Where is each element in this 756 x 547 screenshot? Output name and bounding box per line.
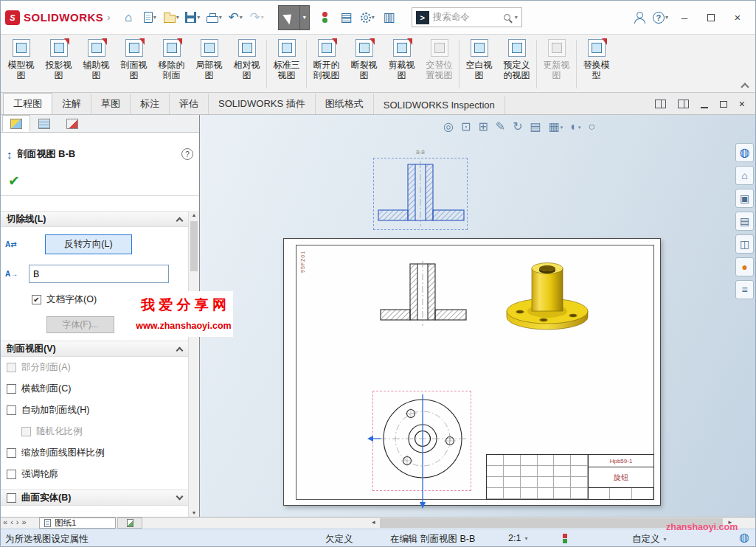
tab-drawing[interactable]: 工程图 <box>3 93 52 114</box>
tab-inspection[interactable]: SOLIDWORKS Inspection <box>374 96 505 114</box>
top-view-selected[interactable] <box>372 391 471 491</box>
menu-expand-icon[interactable]: › <box>107 12 110 23</box>
ok-checkmark[interactable]: ✔ <box>8 173 20 189</box>
front-section-view[interactable] <box>376 261 471 328</box>
rotate-view-icon[interactable]: ↻ <box>513 121 522 133</box>
isometric-view[interactable] <box>505 252 590 340</box>
print-button[interactable]: ▾ <box>204 6 224 29</box>
scroll-left-icon[interactable]: ◂ <box>372 519 375 526</box>
search-icon[interactable] <box>504 14 510 21</box>
undo-button[interactable]: ↶▾ <box>226 6 246 29</box>
command-search[interactable]: > 搜索命令 ▾ <box>412 7 522 27</box>
doc-close-icon[interactable]: × <box>739 99 745 109</box>
taskpane-globe-icon[interactable]: ◍ <box>735 143 754 162</box>
tab-addins[interactable]: SOLIDWORKS 插件 <box>209 94 316 114</box>
surface-bodies-section-header[interactable]: 曲面实体(B) <box>1 489 188 506</box>
section-label-input[interactable] <box>29 265 169 283</box>
font-button[interactable]: 字体(F)... <box>46 316 114 333</box>
scrollbar-thumb[interactable] <box>190 221 198 271</box>
home-button[interactable]: ⌂ <box>119 6 139 29</box>
ribbon-predefined-view[interactable]: 预定义的视图 <box>498 38 535 80</box>
view-orientation-icon[interactable]: ▦▾ <box>549 121 563 133</box>
pane-right-icon[interactable] <box>678 100 689 108</box>
save-button[interactable]: ▾ <box>183 6 203 29</box>
ribbon-collapse-icon[interactable] <box>741 83 749 91</box>
taskpane-appearances-icon[interactable]: ● <box>735 257 754 276</box>
ribbon-replace-model[interactable]: 替换模型 <box>578 38 615 80</box>
new-document-button[interactable]: ▾ <box>140 6 160 29</box>
ribbon-removed-section[interactable]: 移除的剖面 <box>153 38 190 80</box>
open-button[interactable]: ▾ <box>162 6 181 29</box>
ribbon-projected-view[interactable]: 投影视图 <box>40 38 77 80</box>
account-button[interactable] <box>629 6 649 29</box>
tab-annotation[interactable]: 注解 <box>52 94 91 114</box>
zoom-select-icon[interactable]: ◎ <box>443 121 454 133</box>
collapse-chevron-icon[interactable] <box>176 346 184 354</box>
ribbon-auxiliary-view[interactable]: 辅助视图 <box>77 38 115 80</box>
solidworks-menu[interactable]: S SOLIDWORKS › <box>5 10 111 25</box>
ribbon-section-view[interactable]: 剖面视图 <box>115 38 153 80</box>
zoom-fit-icon[interactable]: ⊡ <box>461 121 471 133</box>
scale-hatch-pattern-checkbox[interactable]: 缩放剖面线图样比例 <box>1 442 188 464</box>
tab-sketch[interactable]: 草图 <box>91 94 131 114</box>
ribbon-model-view[interactable]: 模型视图 <box>2 38 40 80</box>
ribbon-crop-view[interactable]: 剪裁视图 <box>383 38 420 80</box>
auto-hatching-checkbox[interactable]: 自动加剖面线(H) <box>1 400 188 421</box>
taskpane-file-explorer-icon[interactable]: ▤ <box>735 212 754 231</box>
ribbon-alternate-position[interactable]: 交替位置视图 <box>420 38 458 80</box>
configuration-tab[interactable] <box>30 115 58 132</box>
expand-chevron-icon[interactable] <box>176 493 184 501</box>
ribbon-empty-view[interactable]: 空白视图 <box>460 38 498 80</box>
partial-section-checkbox[interactable]: 部分剖面(A) <box>1 357 188 378</box>
sheet-properties-icon[interactable]: ▤ <box>530 121 541 133</box>
panel-scrollbar[interactable]: ▲ ▼ <box>188 211 199 517</box>
view-settings-icon[interactable]: ○ <box>589 121 596 133</box>
tab-evaluate[interactable]: 评估 <box>170 94 209 114</box>
surface-bodies-checkbox[interactable] <box>7 493 16 503</box>
options-button[interactable]: ▾ <box>358 6 378 29</box>
slice-section-checkbox[interactable]: 横截剖面(C) <box>1 378 188 400</box>
maximize-button[interactable] <box>698 5 724 30</box>
doc-restore-icon[interactable] <box>720 101 727 108</box>
select-tool-dropdown[interactable]: ▾ <box>300 5 310 30</box>
flip-direction-button[interactable]: 反转方向(L) <box>45 234 132 254</box>
pane-left-icon[interactable] <box>655 100 666 108</box>
ribbon-standard-3-view[interactable]: 标准三视图 <box>268 38 305 80</box>
taskpane-home-icon[interactable]: ⌂ <box>735 166 754 185</box>
add-sheet-tab[interactable] <box>117 518 142 529</box>
sheet-scale-dropdown[interactable]: 2:1 ▾ <box>508 533 527 543</box>
taskpane-design-library-icon[interactable]: ▣ <box>735 189 754 208</box>
next-sheet-icon[interactable]: › <box>16 518 19 526</box>
sketch-icon[interactable]: ✎ <box>496 121 505 133</box>
redo-button[interactable]: ↷▾ <box>247 6 267 29</box>
taskpane-view-palette-icon[interactable]: ◫ <box>735 234 754 254</box>
units-dropdown[interactable]: 自定义 ▾ <box>632 533 667 546</box>
checkbox-checked-icon[interactable]: ✔ <box>32 295 41 304</box>
randomize-scale-checkbox[interactable]: 随机化比例 <box>1 421 188 442</box>
dimxpert-tab[interactable] <box>58 115 86 132</box>
ribbon-break-view[interactable]: 断裂视图 <box>345 38 383 80</box>
tab-dimension[interactable]: 标注 <box>131 94 170 114</box>
property-manager-tab[interactable] <box>2 115 30 132</box>
cutline-section-header[interactable]: 切除线(L) <box>1 211 188 227</box>
scroll-down-icon[interactable]: ▼ <box>189 510 199 515</box>
drawing-sheet[interactable]: 95FZ01 <box>283 238 661 506</box>
last-sheet-icon[interactable]: » <box>21 518 26 526</box>
zoom-area-icon[interactable]: ⊞ <box>478 121 488 133</box>
section-view-section-header[interactable]: 剖面视图(V) <box>1 341 188 357</box>
panel-help-icon[interactable]: ? <box>181 148 193 160</box>
sheet-tab-sheet1[interactable]: 图纸1 <box>39 518 116 529</box>
ribbon-update-view[interactable]: 更新视图 <box>538 38 575 80</box>
close-button[interactable]: × <box>724 5 751 30</box>
table-button[interactable]: ▤ <box>336 6 356 29</box>
statusbar-globe-icon[interactable]: ◍ <box>739 532 749 543</box>
section-view-preview[interactable]: B-B <box>373 158 468 230</box>
rebuild-button[interactable] <box>315 6 335 29</box>
scroll-up-icon[interactable]: ▲ <box>189 212 199 217</box>
graphics-area[interactable]: ◎ ⊡ ⊞ ✎ ↻ ▤ ▦▾ ◐▾ ○ B-B <box>200 115 756 517</box>
tab-sheet-format[interactable]: 图纸格式 <box>316 94 374 114</box>
select-tool-button[interactable]: ▾ <box>278 5 310 30</box>
taskpane-custom-properties-icon[interactable]: ≡ <box>735 280 754 299</box>
ribbon-broken-out-section[interactable]: 断开的剖视图 <box>308 38 345 80</box>
display-style-icon[interactable]: ◐▾ <box>570 121 580 133</box>
